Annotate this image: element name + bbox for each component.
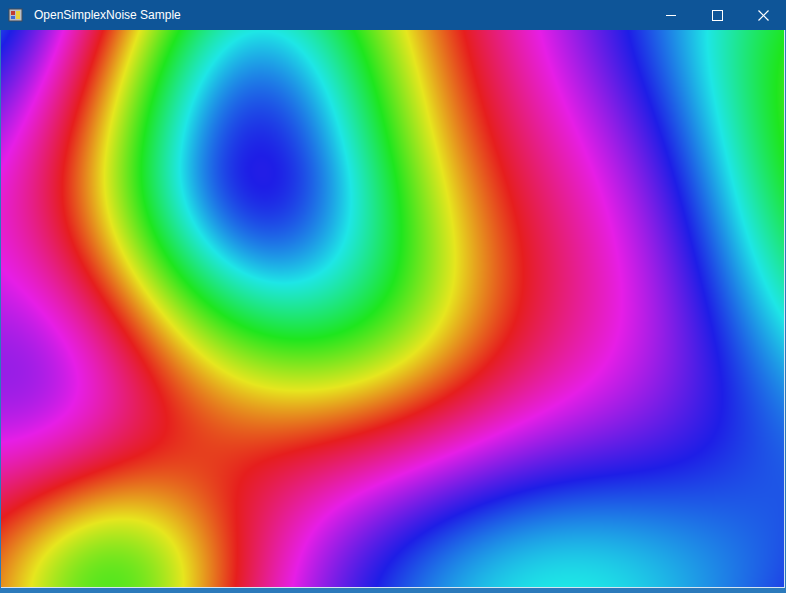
app-window: OpenSimplexNoise Sample [0,0,786,593]
close-button[interactable] [740,0,786,30]
title-bar[interactable]: OpenSimplexNoise Sample [0,0,786,30]
maximize-button[interactable] [694,0,740,30]
minimize-button[interactable] [648,0,694,30]
window-border-bottom-highlight [1,587,785,588]
window-border-right-highlight [784,30,785,587]
window-title: OpenSimplexNoise Sample [34,0,648,30]
app-icon[interactable] [8,7,24,23]
minimize-icon [666,15,676,16]
noise-canvas [1,30,784,587]
close-icon [758,10,769,21]
maximize-icon [712,10,723,21]
window-controls [648,0,786,30]
